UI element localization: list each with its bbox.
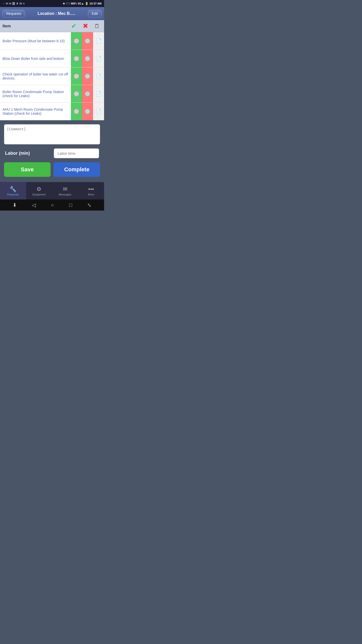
bottom-navigation: 🔧 Requests ⚙ Equipment ✉ Messages ••• Mo… (0, 182, 104, 199)
x-cell[interactable] (82, 103, 93, 120)
notes-icon[interactable]: 📄 (96, 38, 101, 44)
check-cell[interactable] (71, 50, 82, 67)
bottom-section: Labor (min) Save Complete (0, 120, 104, 182)
nav-item-equipment[interactable]: ⚙ Equipment (26, 182, 52, 199)
equipment-icon: ⚙ (36, 186, 41, 192)
table-row: Boiler Room Condensate Pump Station (che… (0, 85, 104, 103)
android-home-icon[interactable]: ○ (51, 202, 54, 208)
labor-time-input[interactable] (54, 148, 99, 158)
page-title: Location : Mec B..... (37, 11, 75, 16)
word-icon: W (19, 2, 22, 5)
signal-icon: 3G▲ (78, 2, 84, 5)
x-radio[interactable] (85, 91, 90, 97)
notes-icon[interactable]: 📄 (96, 91, 101, 97)
wifi-icon: WiFi (71, 2, 76, 5)
email2-icon: ✉ (9, 2, 11, 5)
labor-label: Labor (min) (5, 151, 30, 156)
nav-label-equipment: Equipment (32, 193, 46, 196)
list-icon: ≡ (23, 2, 25, 5)
column-header-item: Item (3, 24, 69, 28)
android-shrink-icon[interactable]: ⤡ (87, 202, 92, 208)
item-text: Blow Down Boiler from side and bottom (0, 50, 71, 67)
action-buttons: Save Complete (4, 162, 100, 177)
nav-label-messages: Messages (59, 193, 71, 196)
complete-button[interactable]: Complete (54, 162, 100, 177)
time-display: 10:37 AM (89, 2, 102, 5)
x-radio[interactable] (85, 38, 90, 44)
edit-button[interactable]: Edit (88, 10, 102, 17)
nav-label-requests: Requests (7, 193, 19, 196)
checklist-table: Boiler Pressure (Must be between 6-15) 📄… (0, 32, 104, 120)
check-column-header: ✔ (69, 22, 78, 30)
x-radio[interactable] (85, 109, 90, 114)
check-radio[interactable] (74, 38, 79, 44)
nav-item-more[interactable]: ••• More (78, 182, 104, 199)
notes-icon[interactable]: 📄 (96, 56, 101, 61)
app-header: Requests Location : Mec B..... Edit (0, 7, 104, 20)
item-text: Boiler Room Condensate Pump Station (che… (0, 85, 71, 102)
column-header-icons: ✔ ✖ 🗒 (69, 22, 102, 30)
item-text: Check operation of boiler low water cut … (0, 67, 71, 85)
check-radio[interactable] (74, 56, 79, 61)
table-row: Blow Down Boiler from side and bottom 📄 (0, 50, 104, 67)
notes-icon[interactable]: 📄 (96, 73, 101, 79)
notes-icon[interactable]: 📄 (96, 109, 101, 114)
save-button[interactable]: Save (4, 162, 51, 177)
status-bar: ··· ✉ ✉ 🖼 ⬆ W ≡ ★ 📳 WiFi 3G▲ 🔋 10:37 AM (0, 0, 104, 7)
status-icons-right: ★ 📳 WiFi 3G▲ 🔋 10:37 AM (63, 2, 102, 5)
status-dots: ··· (3, 2, 5, 5)
notes-cell[interactable]: 📄 (93, 67, 104, 85)
status-icons-left: ··· ✉ ✉ 🖼 ⬆ W ≡ (3, 2, 25, 5)
labor-row: Labor (min) (4, 148, 100, 158)
check-radio[interactable] (74, 73, 79, 79)
x-radio[interactable] (85, 73, 90, 79)
comment-input[interactable] (4, 124, 100, 144)
notes-column-header: 🗒 (93, 23, 102, 29)
table-row: Check operation of boiler low water cut … (0, 67, 104, 85)
android-back-icon[interactable]: ◁ (32, 202, 36, 208)
nav-label-more: More (88, 193, 94, 196)
table-header-row: Item ✔ ✖ 🗒 (0, 20, 104, 32)
notes-cell[interactable]: 📄 (93, 103, 104, 120)
x-radio[interactable] (85, 56, 90, 61)
notes-cell[interactable]: 📄 (93, 85, 104, 102)
vibrate-icon: 📳 (66, 2, 70, 5)
nav-item-requests[interactable]: 🔧 Requests (0, 182, 26, 199)
android-recents-icon[interactable]: □ (69, 202, 72, 208)
android-down-icon[interactable]: ⬇ (13, 202, 17, 208)
x-cell[interactable] (82, 67, 93, 85)
x-cell[interactable] (82, 32, 93, 50)
item-text: AHU 1 Mech Room Condensate Pump Station … (0, 103, 71, 120)
notes-cell[interactable]: 📄 (93, 32, 104, 50)
x-cell[interactable] (82, 50, 93, 67)
item-text: Boiler Pressure (Must be between 6-15) (0, 32, 71, 50)
check-cell[interactable] (71, 103, 82, 120)
messages-icon: ✉ (63, 186, 67, 192)
check-radio[interactable] (74, 109, 79, 114)
requests-icon: 🔧 (10, 186, 16, 192)
table-row: AHU 1 Mech Room Condensate Pump Station … (0, 103, 104, 120)
more-icon: ••• (88, 186, 94, 192)
check-radio[interactable] (74, 91, 79, 97)
requests-nav-button[interactable]: Requests (3, 10, 25, 17)
image-icon: 🖼 (12, 2, 15, 5)
check-cell[interactable] (71, 67, 82, 85)
android-navigation-bar: ⬇ ◁ ○ □ ⤡ (0, 199, 104, 211)
x-cell[interactable] (82, 85, 93, 102)
nav-item-messages[interactable]: ✉ Messages (52, 182, 78, 199)
email-icon: ✉ (6, 2, 8, 5)
upload-icon: ⬆ (16, 2, 18, 5)
star-icon: ★ (63, 2, 65, 5)
check-cell[interactable] (71, 85, 82, 102)
notes-cell[interactable]: 📄 (93, 50, 104, 67)
battery-icon: 🔋 (85, 2, 88, 5)
table-row: Boiler Pressure (Must be between 6-15) 📄 (0, 32, 104, 50)
x-column-header: ✖ (81, 22, 90, 30)
check-cell[interactable] (71, 32, 82, 50)
